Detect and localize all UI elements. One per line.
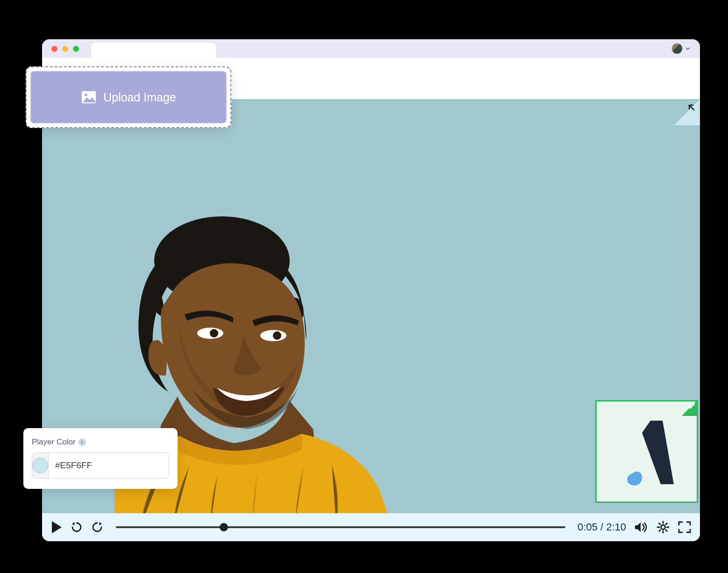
duration: 2:10 bbox=[606, 521, 626, 533]
settings-button[interactable] bbox=[656, 520, 670, 534]
svg-point-5 bbox=[661, 525, 665, 530]
volume-button[interactable] bbox=[634, 521, 649, 534]
arrow-top-left-icon bbox=[687, 103, 696, 112]
upload-image-label: Upload Image bbox=[103, 91, 176, 104]
time-display: 0:05 / 2:10 bbox=[578, 521, 626, 533]
play-button[interactable] bbox=[50, 520, 63, 534]
user-menu[interactable] bbox=[671, 43, 691, 54]
color-hex-input[interactable] bbox=[49, 453, 169, 478]
color-swatch bbox=[32, 458, 48, 473]
image-icon bbox=[81, 90, 97, 104]
color-swatch-button[interactable] bbox=[32, 453, 49, 478]
svg-point-15 bbox=[85, 93, 87, 96]
logo-overlay-card[interactable] bbox=[595, 400, 698, 503]
player-color-label: Player Color bbox=[32, 437, 76, 447]
rewind-button[interactable] bbox=[70, 521, 83, 534]
forward-button[interactable] bbox=[91, 521, 104, 534]
svg-line-11 bbox=[666, 530, 667, 531]
corner-resize-tab[interactable] bbox=[674, 99, 700, 125]
svg-point-4 bbox=[273, 331, 281, 340]
progress-thumb[interactable] bbox=[220, 523, 228, 531]
window-minimize-button[interactable] bbox=[62, 46, 68, 52]
avatar bbox=[671, 43, 683, 54]
browser-titlebar bbox=[42, 39, 700, 58]
traffic-lights bbox=[51, 46, 79, 52]
current-time: 0:05 bbox=[578, 521, 598, 533]
browser-tab[interactable] bbox=[91, 43, 216, 58]
check-icon bbox=[687, 402, 696, 410]
player-controls: 0:05 / 2:10 bbox=[42, 513, 700, 541]
window-close-button[interactable] bbox=[51, 46, 57, 52]
svg-line-10 bbox=[659, 523, 661, 525]
player-color-panel: Player Color i bbox=[23, 428, 178, 489]
play-icon bbox=[50, 520, 63, 534]
color-input[interactable] bbox=[32, 452, 169, 479]
gear-icon bbox=[656, 520, 670, 534]
info-icon[interactable]: i bbox=[79, 438, 86, 446]
upload-image-panel: Upload Image bbox=[26, 66, 231, 128]
fullscreen-icon bbox=[678, 521, 692, 534]
upload-image-button[interactable]: Upload Image bbox=[30, 71, 227, 123]
svg-line-13 bbox=[666, 523, 667, 525]
progress-bar[interactable] bbox=[116, 526, 565, 528]
redo-icon bbox=[91, 521, 104, 534]
undo-icon bbox=[70, 521, 83, 534]
fullscreen-button[interactable] bbox=[678, 521, 692, 534]
svg-line-12 bbox=[659, 530, 661, 531]
brand-logo-icon bbox=[614, 414, 679, 489]
chevron-down-icon bbox=[685, 46, 691, 51]
svg-point-2 bbox=[210, 329, 218, 337]
volume-icon bbox=[634, 521, 649, 534]
window-maximize-button[interactable] bbox=[73, 46, 79, 52]
